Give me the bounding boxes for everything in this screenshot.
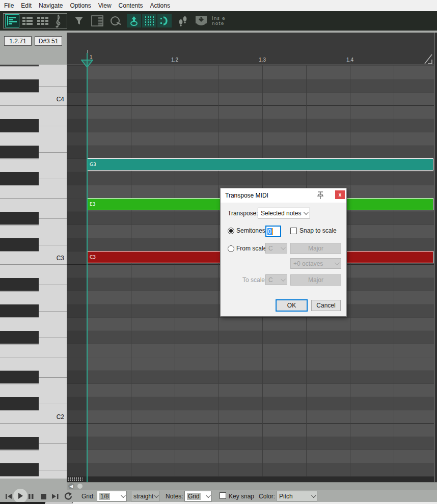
insert-note-icon[interactable] (194, 14, 208, 27)
link-selection-icon[interactable] (127, 14, 141, 27)
color-mode-dropdown[interactable]: Pitch (277, 491, 317, 501)
grid-size-dropdown[interactable]: 1/8 (97, 491, 127, 501)
from-root-dropdown[interactable]: C (265, 243, 287, 254)
piano-key-F#3[interactable] (0, 172, 39, 185)
piano-key-C#3[interactable] (0, 238, 39, 251)
playhead-marker[interactable] (81, 60, 93, 68)
note-length-dropdown[interactable]: Grid (184, 491, 212, 501)
grid-row-C#4[interactable] (67, 79, 434, 93)
key-snap-checkbox[interactable] (220, 492, 226, 499)
ruler-tick-label: 1.4 (346, 57, 353, 63)
event-list-icon[interactable] (90, 14, 104, 27)
pin-icon[interactable] (316, 190, 325, 201)
grid-row-C#2[interactable] (67, 397, 434, 410)
octaves-dropdown[interactable]: +0 octaves (290, 258, 341, 269)
piano-key-A#1[interactable] (0, 437, 39, 450)
grid-row-B3[interactable] (67, 106, 434, 119)
to-scale-button[interactable]: Major (290, 274, 341, 286)
grid-row-D4[interactable] (67, 66, 434, 79)
grid-row-G2[interactable] (67, 318, 434, 331)
to-scale-label: To scale: (242, 276, 266, 284)
menu-contents[interactable]: Contents (119, 2, 143, 9)
grid-row-A1[interactable] (67, 450, 434, 463)
dock-window-icon[interactable] (157, 14, 172, 27)
quantize-icon[interactable] (108, 14, 123, 27)
grid-line (175, 65, 175, 482)
piano-key-G#1[interactable] (0, 463, 39, 476)
grid-row-G#1[interactable] (67, 463, 434, 477)
grid-row-E2[interactable] (67, 357, 434, 371)
piano-key-C#4[interactable] (0, 79, 39, 92)
grid-bottom-strip (67, 477, 434, 482)
piano-key-G#2[interactable] (0, 304, 39, 317)
white-key-divider (39, 443, 67, 444)
chevron-down-icon (121, 493, 126, 498)
menu-navigate[interactable]: Navigate (39, 2, 63, 9)
resize-drag-handle[interactable] (67, 477, 83, 481)
grid-row-F#3[interactable] (67, 172, 434, 185)
grid-row-A#3[interactable] (67, 119, 434, 132)
to-root-dropdown[interactable]: C (265, 274, 287, 285)
pause-button[interactable] (25, 492, 37, 501)
piano-key-F#2[interactable] (0, 331, 39, 344)
go-to-end-button[interactable] (49, 492, 61, 501)
stop-button[interactable] (38, 492, 49, 501)
piano-key-D#3[interactable] (0, 212, 39, 225)
piano-key-G#3[interactable] (0, 146, 39, 158)
scroll-left-button[interactable]: ◀ (68, 483, 74, 489)
drum-grid-view-icon[interactable] (36, 14, 50, 27)
grid-row-A3[interactable] (67, 132, 434, 146)
scrollbar-thumb[interactable] (77, 484, 83, 489)
piano-roll-view-icon[interactable] (5, 14, 19, 27)
repeat-button[interactable] (62, 492, 73, 501)
cancel-button[interactable]: Cancel (311, 300, 341, 311)
menu-actions[interactable]: Actions (150, 2, 170, 9)
grid-row-F2[interactable] (67, 344, 434, 357)
vertical-scrollbar[interactable] (434, 33, 437, 482)
step-input-icon[interactable] (176, 14, 190, 27)
go-to-start-button[interactable] (3, 492, 14, 501)
midi-note-G3[interactable]: G3 (87, 158, 433, 171)
from-scale-radio[interactable] (228, 245, 234, 252)
snap-to-scale-label: Snap to scale (299, 227, 337, 234)
grid-row-B1[interactable] (67, 424, 434, 437)
notes-label: Notes: (166, 493, 183, 500)
grid-row-C4[interactable] (67, 93, 434, 106)
snap-to-scale-checkbox[interactable] (290, 228, 297, 234)
timeline-ruler[interactable]: 11.21.31.4 (67, 33, 434, 65)
piano-key-D#2[interactable] (0, 371, 39, 383)
semitones-input[interactable]: 0 (265, 226, 281, 237)
dialog-title-bar[interactable]: Transpose MIDI x (221, 188, 346, 203)
snap-grid-icon[interactable] (142, 14, 156, 27)
white-key-divider (39, 377, 67, 378)
menu-edit[interactable]: Edit (21, 2, 32, 9)
piano-keyboard[interactable]: C4C3C2 (0, 65, 67, 479)
piano-key-A#2[interactable] (0, 278, 39, 291)
view-mode-group (3, 13, 67, 29)
piano-key-D#4[interactable] (0, 65, 39, 66)
ruler-tick-label: 1.2 (171, 57, 178, 63)
named-notes-view-icon[interactable] (20, 14, 35, 27)
ok-button[interactable]: OK (276, 299, 308, 312)
grid-row-C2[interactable] (67, 410, 434, 424)
filter-icon[interactable] (72, 14, 86, 27)
swing-dropdown[interactable]: straight (131, 491, 160, 501)
playhead-line[interactable] (87, 53, 88, 482)
grid-row-G#3[interactable] (67, 146, 434, 159)
time-position-display: 1.2.71 (4, 36, 32, 46)
grid-row-A#1[interactable] (67, 437, 434, 450)
grid-row-D#2[interactable] (67, 371, 434, 384)
transpose-target-dropdown[interactable]: Selected notes (258, 208, 310, 218)
close-icon[interactable]: x (335, 190, 345, 199)
menu-options[interactable]: Options (70, 2, 91, 9)
horizontal-scrollbar[interactable]: ◀ (67, 482, 437, 490)
piano-key-A#3[interactable] (0, 119, 39, 132)
grid-row-D2[interactable] (67, 384, 434, 397)
notation-view-icon[interactable] (51, 14, 65, 27)
menu-file[interactable]: File (4, 2, 14, 9)
grid-row-F#2[interactable] (67, 331, 434, 344)
piano-key-C#2[interactable] (0, 397, 39, 410)
semitones-radio[interactable] (228, 228, 234, 234)
menu-view[interactable]: View (98, 2, 112, 9)
from-scale-button[interactable]: Major (290, 243, 341, 254)
